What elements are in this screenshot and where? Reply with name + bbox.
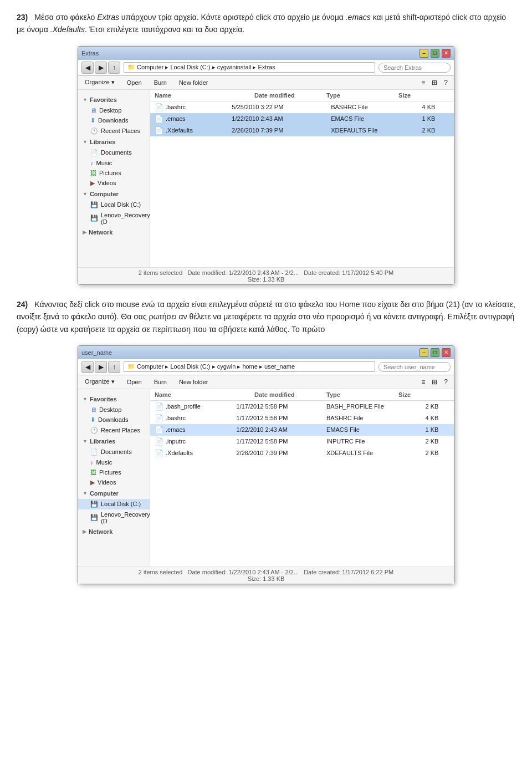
back-button-2[interactable]: ◀ xyxy=(81,361,94,373)
new-folder-button-2[interactable]: New folder xyxy=(176,378,212,386)
file-row-inputrc-2[interactable]: 📄.inputrc 1/17/2012 5:58 PM INPUTRC File… xyxy=(150,436,454,447)
view-list-btn-2[interactable]: ≡ xyxy=(418,376,428,387)
file-icon-inputrc-2: 📄 xyxy=(155,437,163,446)
xdefaults-word: .Xdefaults xyxy=(50,25,85,34)
documents-label-1: Documents xyxy=(101,149,132,156)
sidebar-item-recent-2[interactable]: 🕐 Recent Places xyxy=(78,425,150,436)
nav-buttons-2: ◀ ▶ ↑ xyxy=(81,361,120,373)
help-btn-1[interactable]: ? xyxy=(441,77,451,88)
network-chevron-1: ▶ xyxy=(83,230,86,235)
minimize-button-2[interactable]: – xyxy=(420,348,428,357)
statusbar-text-2: 2 items selected Date modified: 1/22/201… xyxy=(83,569,449,575)
sidebar-item-localdisk-1[interactable]: 💾 Local Disk (C:) xyxy=(78,200,150,210)
new-folder-button-1[interactable]: New folder xyxy=(176,78,212,87)
file-name-bash-profile-2: .bash_profile xyxy=(166,403,201,410)
desktop-icon-1: 🖥 xyxy=(90,107,96,114)
pictures-icon-1: 🖼 xyxy=(90,170,96,176)
search-input-2[interactable] xyxy=(378,362,451,372)
file-row-bash-profile-2[interactable]: 📄.bash_profile 1/17/2012 5:58 PM BASH_PR… xyxy=(150,401,454,412)
view-grid-btn-1[interactable]: ⊞ xyxy=(429,77,440,88)
file-size-emacs-1: 1 KB xyxy=(418,113,454,125)
lenovo-label-2: Lenovo_Recovery (D xyxy=(101,511,150,524)
file-date-inputrc-2: 1/17/2012 5:58 PM xyxy=(232,436,322,447)
search-input-1[interactable] xyxy=(378,63,451,73)
sidebar-item-lenovo-2[interactable]: 💾 Lenovo_Recovery (D xyxy=(78,509,150,526)
file-size-bashrc-2: 4 KB xyxy=(421,412,454,424)
sidebar-item-desktop-2[interactable]: 🖥 Desktop xyxy=(78,405,150,415)
music-icon-1: ♪ xyxy=(90,160,94,166)
view-grid-btn-2[interactable]: ⊞ xyxy=(429,376,440,387)
burn-button-1[interactable]: Burn xyxy=(151,78,170,87)
sidebar-item-lenovo-1[interactable]: 💾 Lenovo_Recovery (D xyxy=(78,210,150,227)
open-button-1[interactable]: Open xyxy=(124,78,145,87)
col-type-header-2: Type xyxy=(326,391,398,398)
sidebar-item-music-1[interactable]: ♪ Music xyxy=(78,158,150,168)
desktop-label-2: Desktop xyxy=(99,406,121,413)
file-size-inputrc-2: 2 KB xyxy=(421,436,454,447)
maximize-button-1[interactable]: □ xyxy=(431,49,439,58)
sidebar-item-pictures-1[interactable]: 🖼 Pictures xyxy=(78,168,150,178)
file-type-bashrc-1: BASHRC File xyxy=(326,101,417,113)
file-row-xdefaults-1[interactable]: 📄.Xdefaults 2/26/2010 7:39 PM XDEFAULTS … xyxy=(150,125,454,136)
sidebar-item-localdisk-2[interactable]: 💾 Local Disk (C:) xyxy=(78,499,150,509)
desktop-icon-2: 🖥 xyxy=(90,406,96,413)
file-row-xdefaults-2[interactable]: 📄.Xdefaults 2/26/2010 7:39 PM XDEFAULTS … xyxy=(150,447,454,459)
burn-button-2[interactable]: Burn xyxy=(151,378,170,386)
back-button-1[interactable]: ◀ xyxy=(81,62,94,74)
forward-button-2[interactable]: ▶ xyxy=(95,361,107,373)
emacs-word: .emacs xyxy=(346,13,371,22)
minimize-button-1[interactable]: – xyxy=(420,49,428,58)
close-button-2[interactable]: ✕ xyxy=(442,348,451,357)
col-size-header-2: Size xyxy=(398,391,432,398)
sidebar-item-documents-2[interactable]: 📄 Documents xyxy=(78,447,150,457)
address-path-1[interactable]: 📁 Computer ▸ Local Disk (C:) ▸ cygwinins… xyxy=(124,62,375,73)
sidebar-item-documents-1[interactable]: 📄 Documents xyxy=(78,147,150,158)
organize-button-2[interactable]: Organize ▾ xyxy=(81,377,118,386)
sidebar-favorites-label-2: ▼ Favorites xyxy=(78,394,150,405)
view-list-btn-1[interactable]: ≡ xyxy=(418,77,428,88)
sidebar-item-music-2[interactable]: ♪ Music xyxy=(78,457,150,467)
up-button-2[interactable]: ↑ xyxy=(108,361,120,373)
file-name-emacs-2: .emacs xyxy=(166,426,185,433)
sidebar-item-videos-1[interactable]: ▶ Videos xyxy=(78,178,150,188)
help-btn-2[interactable]: ? xyxy=(441,376,451,387)
col-size-header-1: Size xyxy=(398,92,432,99)
sidebar-item-recent-1[interactable]: 🕐 Recent Places xyxy=(78,126,150,136)
file-row-bashrc-1[interactable]: 📄.bashrc 5/25/2010 3:22 PM BASHRC File 4… xyxy=(150,101,454,113)
file-name-bashrc-2: .bashrc xyxy=(166,415,186,421)
sidebar-item-videos-2[interactable]: ▶ Videos xyxy=(78,477,150,488)
sidebar-item-desktop-1[interactable]: 🖥 Desktop xyxy=(78,105,150,115)
file-row-bashrc-2[interactable]: 📄.bashrc 1/17/2012 5:58 PM BASHRC File 4… xyxy=(150,412,454,424)
file-row-emacs-1[interactable]: 📄.emacs 1/22/2010 2:43 AM EMACS File 1 K… xyxy=(150,113,454,125)
file-icon-emacs-1: 📄 xyxy=(155,115,163,123)
titlebar-buttons-1: – □ ✕ xyxy=(420,49,451,58)
file-date-bashrc-2: 1/17/2012 5:58 PM xyxy=(232,412,322,424)
file-date-bashrc-1: 5/25/2010 3:22 PM xyxy=(227,101,326,113)
forward-button-1[interactable]: ▶ xyxy=(95,62,107,74)
file-row-emacs-2[interactable]: 📄.emacs 1/22/2010 2:43 AM EMACS File 1 K… xyxy=(150,424,454,436)
network-text-1: Network xyxy=(89,229,112,236)
pictures-icon-2: 🖼 xyxy=(90,469,96,476)
file-size-bashrc-1: 4 KB xyxy=(418,101,454,113)
content-area-1: Name Date modified Type Size 📄.bashrc 5/… xyxy=(150,90,454,267)
sidebar-item-downloads-1[interactable]: ⬇ Downloads xyxy=(78,115,150,126)
computer-chevron-2: ▼ xyxy=(83,491,88,496)
favorites-text-2: Favorites xyxy=(90,396,117,402)
nav-buttons-1: ◀ ▶ ↑ xyxy=(81,62,120,74)
statusbar-size-2: Size: 1.33 KB xyxy=(83,575,449,582)
up-button-1[interactable]: ↑ xyxy=(108,62,120,74)
sidebar-item-pictures-2[interactable]: 🖼 Pictures xyxy=(78,467,150,477)
organize-button-1[interactable]: Organize ▾ xyxy=(81,78,118,87)
maximize-button-2[interactable]: □ xyxy=(431,348,439,357)
sidebar-item-downloads-2[interactable]: ⬇ Downloads xyxy=(78,415,150,425)
file-size-xdefaults-2: 2 KB xyxy=(421,447,454,459)
open-button-2[interactable]: Open xyxy=(124,378,145,386)
path-text-2: Computer ▸ Local Disk (C:) ▸ cygwin ▸ ho… xyxy=(137,363,295,370)
sidebar-1: ▼ Favorites 🖥 Desktop ⬇ Downloads 🕐 Rece… xyxy=(78,90,150,267)
address-path-2[interactable]: 📁 Computer ▸ Local Disk (C:) ▸ cygwin ▸ … xyxy=(124,361,375,372)
close-button-1[interactable]: ✕ xyxy=(442,49,451,58)
recent-label-1: Recent Places xyxy=(101,128,140,134)
col-name-header-1: Name xyxy=(155,92,254,99)
downloads-label-1: Downloads xyxy=(98,117,128,124)
file-type-xdefaults-1: XDEFAULTS File xyxy=(326,125,417,136)
